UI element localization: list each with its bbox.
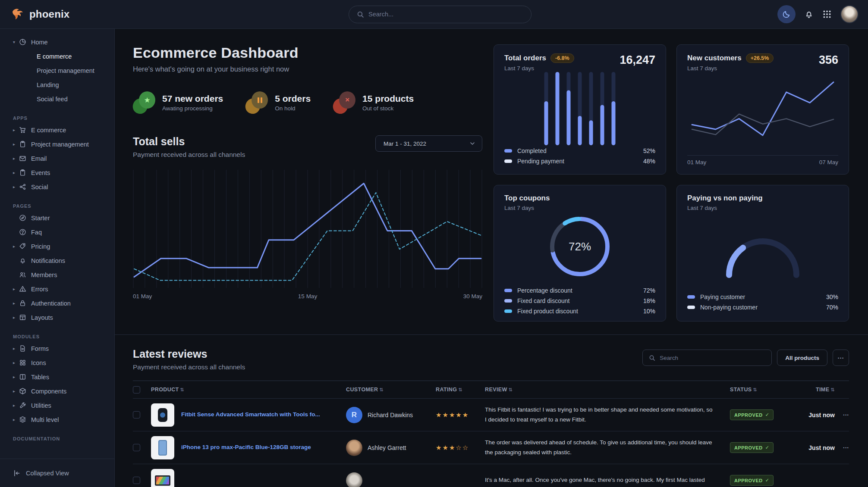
sidebar-item-notifications[interactable]: Notifications [0,253,114,268]
sidebar-subitem-social-feed[interactable]: Social feed [0,92,114,106]
card-title: Total orders [504,54,546,62]
legend-swatch [504,159,512,163]
sidebar-item-label: Icons [31,359,46,366]
sidebar-item-errors[interactable]: ▸Errors [0,282,114,296]
sidebar-item-project-management[interactable]: ▸Project management [0,137,114,151]
row-checkbox[interactable] [133,444,140,451]
sidebar-item-faq[interactable]: Faq [0,225,114,239]
sidebar-item-pricing[interactable]: ▸Pricing [0,239,114,253]
review-table-row: iPhone 13 pro max-Pacific Blue-128GB sto… [133,431,849,464]
apps-menu-button[interactable] [822,9,832,19]
product-link[interactable]: iPhone 13 pro max-Pacific Blue-128GB sto… [181,443,311,452]
search-icon [357,11,364,18]
sidebar-item-components[interactable]: ▸Components [0,384,114,398]
stats-row: ★57 new ordersAwating processing5 orders… [133,91,482,114]
table-body: Fitbit Sense Advanced Smartwatch with To… [133,399,849,487]
product-link[interactable]: Fitbit Sense Advanced Smartwatch with To… [181,411,320,419]
search-icon [649,355,655,361]
notifications-button[interactable] [804,9,814,19]
sidebar-subitem-project-management[interactable]: Project management [0,63,114,78]
reviews-menu-button[interactable]: ··· [833,350,849,366]
sidebar-section-apps: APPS▸E commerce▸Project management▸Email… [0,116,114,194]
moon-icon [782,10,791,19]
donut-center-value: 72% [545,212,614,281]
sidebar-subitem-landing[interactable]: Landing [0,78,114,92]
sidebar-nav: ▾HomeE commerceProject managementLanding… [0,35,114,443]
sidebar-item-label: Social [31,184,48,190]
sidebar-item-tables[interactable]: ▸Tables [0,370,114,384]
sidebar-item-starter[interactable]: Starter [0,211,114,225]
search-input[interactable] [368,11,523,18]
legend-swatch [504,299,512,303]
sidebar-item-members[interactable]: Members [0,268,114,282]
sidebar-item-home[interactable]: ▾Home [0,35,114,49]
sidebar-subitem-label: Project management [37,67,94,74]
caret-right-icon: ▸ [13,142,19,147]
sidebar-item-authentication[interactable]: ▸Authentication [0,296,114,310]
collapse-icon [13,469,21,477]
page-subtitle: Here's what's going on at your business … [133,65,482,73]
column-header-status[interactable]: STATUS⇅ [730,387,794,393]
brand[interactable]: phoenix [0,7,69,21]
total-sells-subtitle: Payment received across all channels [133,151,245,159]
review-time: Just now [794,412,835,418]
collapse-label: Collapsed View [26,470,69,477]
select-all-checkbox[interactable] [133,386,140,393]
sidebar-item-utilities[interactable]: ▸Utilities [0,398,114,412]
legend-row: Non-paying customer70% [687,302,838,312]
customer-avatar [346,440,362,456]
sidebar-subitem-label: Landing [37,81,59,88]
status-badge: APPROVED✓ [730,475,774,486]
users-icon [19,271,26,278]
sidebar-subitem-e-commerce[interactable]: E commerce [0,49,114,63]
date-range-select[interactable]: Mar 1 - 31, 2022 [375,135,482,152]
customer-avatar: R [346,407,362,423]
column-header-review[interactable]: REVIEW⇅ [485,387,730,393]
sort-icon: ⇅ [830,387,835,392]
legend-row: Pending payment48% [504,156,655,166]
mail-icon [19,155,26,162]
sidebar-item-email[interactable]: ▸Email [0,151,114,165]
sidebar-item-multi-level[interactable]: ▸Multi level [0,412,114,427]
reviews-search-input[interactable] [660,355,765,361]
global-search[interactable] [349,6,531,23]
review-table-row: It's a Mac, after all. Once you've gone … [133,464,849,487]
sidebar-item-layouts[interactable]: ▸Layouts [0,310,114,325]
caret-down-icon: ▾ [13,40,19,44]
sidebar-item-forms[interactable]: ▸Forms [0,341,114,356]
all-products-button[interactable]: All products [777,350,827,366]
sidebar-item-label: Pricing [31,243,50,250]
reviews-search[interactable] [642,350,772,366]
sidebar-item-events[interactable]: ▸Events [0,165,114,180]
sidebar-item-e-commerce[interactable]: ▸E commerce [0,123,114,137]
theme-toggle-button[interactable] [777,5,796,23]
sidebar-item-label: Layouts [31,314,53,321]
legend-label: Percentage discount [517,287,572,294]
new-customers-x-axis: 01 May 07 May [687,155,838,165]
row-checkbox[interactable] [133,411,140,418]
user-avatar[interactable] [840,5,859,23]
column-header-customer[interactable]: CUSTOMER⇅ [346,387,436,393]
row-checkbox[interactable] [133,477,140,484]
product-thumbnail [151,436,174,459]
column-header-rating[interactable]: RATING⇅ [436,387,485,393]
sidebar-item-icons[interactable]: ▸Icons [0,356,114,370]
row-menu-button[interactable]: ··· [835,412,849,418]
row-menu-button[interactable]: ··· [835,444,849,451]
sidebar-item-social[interactable]: ▸Social [0,180,114,194]
status-label: APPROVED [734,412,763,418]
collapse-sidebar-button[interactable]: Collapsed View [0,459,114,487]
column-header-time[interactable]: TIME⇅ [794,387,835,393]
sort-icon: ⇅ [458,387,462,392]
legend-label: Completed [517,147,547,154]
caret-right-icon: ▸ [13,375,19,379]
reviews-title: Latest reviews [133,348,245,360]
top-coupons-card: Top coupons Last 7 days 72% Percentage d… [494,185,666,322]
column-header-product[interactable]: PRODUCT⇅ [151,387,346,393]
legend-row: Percentage discount72% [504,285,655,296]
caret-right-icon: ▸ [13,287,19,291]
caret-right-icon: ▸ [13,360,19,365]
lock-icon [19,300,26,307]
grid4-icon [19,359,26,366]
sidebar-item-label: E commerce [31,127,66,134]
